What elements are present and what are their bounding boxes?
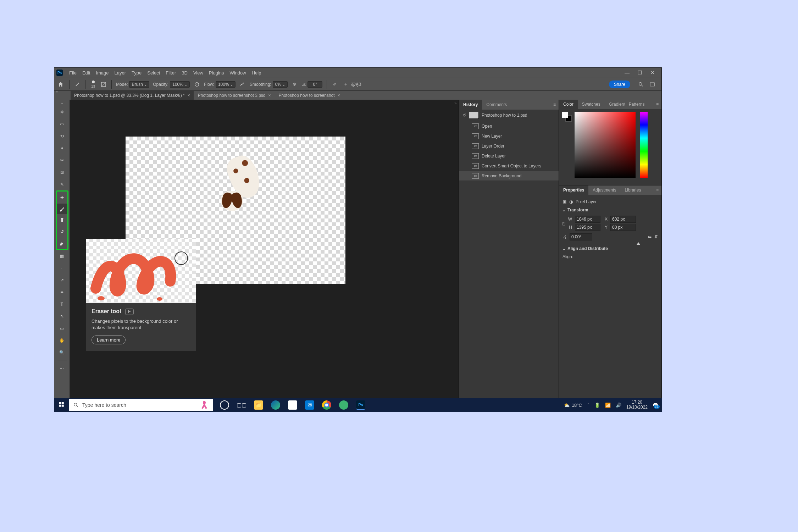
history-brush-source-icon[interactable]: ↺ — [462, 113, 466, 118]
angle-input[interactable] — [570, 233, 592, 240]
tab-swatches[interactable]: Swatches — [578, 100, 605, 109]
tab-adjustments[interactable]: Adjustments — [588, 185, 620, 195]
opacity-input[interactable]: 100% ⌄ — [170, 81, 190, 88]
panel-menu-icon[interactable]: ≡ — [653, 188, 661, 193]
flip-vertical-icon[interactable]: ⇵ — [654, 234, 658, 239]
menu-3d[interactable]: 3D — [179, 70, 190, 76]
blur-tool[interactable]: ∙ — [57, 263, 67, 273]
menu-filter[interactable]: Filter — [163, 70, 179, 76]
document-tab[interactable]: Photoshop how to screenshot 3.psd × — [194, 91, 275, 100]
tab-properties[interactable]: Properties — [559, 185, 588, 195]
symmetry-icon[interactable]: ⌖ — [342, 81, 349, 88]
link-wh-icon[interactable]: ⍞ — [563, 221, 565, 226]
smoothing-input[interactable]: 0% ⌄ — [273, 81, 288, 88]
width-input[interactable] — [575, 216, 600, 223]
share-button[interactable]: Share — [609, 81, 630, 88]
close-tab-icon[interactable]: × — [268, 93, 271, 98]
height-input[interactable] — [575, 224, 600, 231]
cortana-icon[interactable] — [220, 400, 229, 410]
y-input[interactable] — [610, 224, 636, 231]
tab-comments[interactable]: Comments — [482, 100, 511, 110]
eyedropper-tool[interactable]: ✎ — [57, 179, 67, 190]
healing-brush-tool[interactable]: ✚ — [57, 192, 67, 203]
history-item[interactable]: ▭New Layer — [459, 131, 559, 141]
hand-tool[interactable]: ✋ — [57, 335, 67, 346]
photoshop-taskbar-icon[interactable]: Ps — [356, 400, 365, 410]
menu-window[interactable]: Window — [227, 70, 249, 76]
document-tab[interactable]: Photoshop how to screenshot × — [275, 91, 344, 100]
frame-tool[interactable]: ⊠ — [57, 167, 67, 178]
window-close-icon[interactable]: ✕ — [649, 70, 656, 76]
menu-edit[interactable]: Edit — [79, 70, 93, 76]
menu-plugins[interactable]: Plugins — [206, 70, 227, 76]
color-picker-field[interactable] — [575, 112, 636, 178]
tab-libraries[interactable]: Libraries — [620, 185, 645, 195]
fg-bg-swatch[interactable] — [562, 112, 572, 122]
window-restore-icon[interactable]: ❐ — [636, 70, 644, 76]
clock[interactable]: 17:20 19/10/2022 — [626, 400, 648, 410]
weather-widget[interactable]: ⛅ 18°C — [564, 403, 582, 408]
edge-icon[interactable] — [271, 400, 280, 410]
collapse-gutter-icon[interactable]: » — [454, 101, 456, 105]
transform-section[interactable]: ⌄ Transform — [563, 205, 658, 215]
butterfly-icon[interactable]: Ƹ̵̡Ӝ̵̨̄Ʒ — [353, 81, 360, 88]
menu-file[interactable]: File — [66, 70, 79, 76]
tool-preset-icon[interactable] — [74, 81, 81, 88]
crop-tool[interactable]: ✂ — [57, 155, 67, 166]
smoothing-options-icon[interactable]: ✻ — [291, 81, 298, 88]
tab-history[interactable]: History — [459, 100, 482, 110]
pen-tool[interactable]: ✒ — [57, 287, 67, 298]
collapse-tools-icon[interactable]: » — [61, 101, 63, 105]
task-view-icon[interactable]: ▢▢ — [237, 400, 246, 410]
tab-color[interactable]: Color — [559, 100, 578, 109]
more-tools-icon[interactable]: ⋯ — [57, 362, 67, 373]
brush-tool[interactable] — [57, 204, 67, 214]
workspace-switcher-icon[interactable] — [649, 81, 656, 88]
close-tab-icon[interactable]: × — [338, 93, 340, 98]
gradient-tool[interactable]: ▦ — [57, 251, 67, 261]
angle-input[interactable]: 0° — [307, 81, 322, 88]
pressure-size-icon[interactable]: ✐ — [331, 81, 338, 88]
quick-select-tool[interactable]: ✦ — [57, 143, 67, 154]
menu-select[interactable]: Select — [144, 70, 163, 76]
menu-view[interactable]: View — [190, 70, 206, 76]
eraser-tool[interactable] — [57, 238, 67, 248]
rectangle-tool[interactable]: ▭ — [57, 323, 67, 334]
chrome-icon[interactable] — [322, 400, 331, 410]
brush-preview[interactable]: 13 — [90, 81, 96, 88]
file-explorer-icon[interactable]: 📁 — [254, 400, 263, 410]
tab-scroll-icon[interactable]: » — [56, 89, 58, 94]
airbrush-icon[interactable] — [239, 81, 246, 88]
menu-type[interactable]: Type — [129, 70, 144, 76]
type-tool[interactable]: T — [57, 299, 67, 310]
hue-slider[interactable] — [640, 112, 648, 178]
panel-menu-icon[interactable]: ≡ — [653, 102, 661, 107]
tray-chevron-icon[interactable]: ˄ — [587, 403, 589, 408]
tab-patterns[interactable]: Patterns — [625, 100, 649, 109]
mode-select[interactable]: Brush ⌄ — [129, 81, 149, 88]
close-tab-icon[interactable]: × — [188, 93, 190, 98]
lasso-tool[interactable]: ⟲ — [57, 131, 67, 142]
tab-gradients[interactable]: Gradients — [605, 100, 625, 109]
search-icon[interactable] — [637, 81, 644, 88]
volume-icon[interactable]: 🔊 — [616, 403, 621, 408]
clone-stamp-tool[interactable] — [57, 215, 67, 226]
wifi-icon[interactable]: 📶 — [605, 403, 611, 408]
flip-horizontal-icon[interactable]: ⇋ — [648, 234, 652, 239]
dodge-tool[interactable]: ↗ — [57, 275, 67, 286]
history-item[interactable]: ▭Open — [459, 121, 559, 131]
notifications-icon[interactable]: 💬21 — [653, 403, 658, 408]
history-item-selected[interactable]: ▭Remove Background — [459, 171, 559, 181]
history-snapshot-thumb[interactable] — [469, 112, 479, 119]
history-item[interactable]: ▭Convert Smart Object to Layers — [459, 161, 559, 171]
marquee-tool[interactable]: ▭ — [57, 119, 67, 129]
learn-more-button[interactable]: Learn more — [92, 336, 126, 344]
battery-icon[interactable]: 🔋 — [594, 403, 600, 408]
menu-help[interactable]: Help — [249, 70, 264, 76]
mail-icon[interactable]: ✉ — [305, 400, 314, 410]
flow-input[interactable]: 100% ⌄ — [216, 81, 235, 88]
x-input[interactable] — [610, 216, 636, 223]
history-brush-tool[interactable]: ↺ — [57, 226, 67, 237]
panel-menu-icon[interactable]: ≡ — [550, 102, 559, 107]
window-minimize-icon[interactable]: — — [623, 70, 631, 76]
